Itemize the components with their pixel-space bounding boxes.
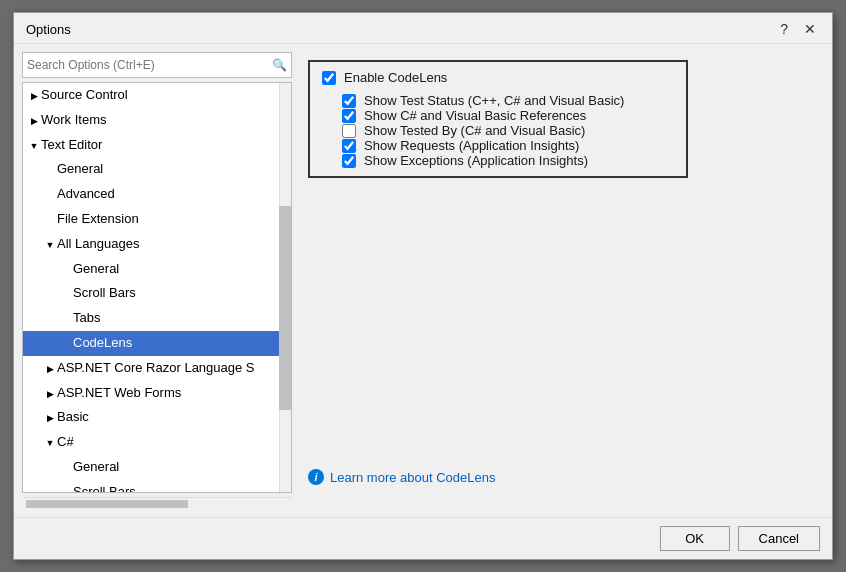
tree-label-aspnet-core-razor: ASP.NET Core Razor Language S xyxy=(57,360,255,375)
learn-more-area: i Learn more about CodeLens xyxy=(308,453,816,501)
tree-label-codelens: CodeLens xyxy=(73,335,132,350)
label-requests: Show Requests (Application Insights) xyxy=(364,138,579,153)
codelens-option-row-tested-by: Show Tested By (C# and Visual Basic) xyxy=(322,123,674,138)
tree-container[interactable]: ▶Source Control▶Work Items▼Text EditorGe… xyxy=(22,82,292,493)
title-bar-controls: ? ✕ xyxy=(776,21,820,37)
right-panel: Enable CodeLens Show Test Status (C++, C… xyxy=(300,52,824,509)
checkbox-test-status[interactable] xyxy=(342,94,356,108)
tree-item-general2[interactable]: General xyxy=(23,257,291,282)
tree-arrow-all-languages: ▼ xyxy=(43,238,57,252)
search-input[interactable] xyxy=(27,58,272,72)
enable-codelens-label: Enable CodeLens xyxy=(344,70,447,85)
options-dialog: Options ? ✕ 🔍 ▶Source Control▶Work Items… xyxy=(13,12,833,560)
tree-item-csharp[interactable]: ▼C# xyxy=(23,430,291,455)
tree-label-advanced: Advanced xyxy=(57,186,115,201)
checkbox-tested-by[interactable] xyxy=(342,124,356,138)
tree-item-advanced[interactable]: Advanced xyxy=(23,182,291,207)
tree-arrow-aspnet-web-forms: ▶ xyxy=(43,387,57,401)
tree-label-text-editor: Text Editor xyxy=(41,137,102,152)
codelens-option-row-csharp-refs: Show C# and Visual Basic References xyxy=(322,108,674,123)
tree-item-basic[interactable]: ▶Basic xyxy=(23,405,291,430)
ok-button[interactable]: OK xyxy=(660,526,730,551)
codelens-option-row-test-status: Show Test Status (C++, C# and Visual Bas… xyxy=(322,93,674,108)
label-tested-by: Show Tested By (C# and Visual Basic) xyxy=(364,123,585,138)
tree-item-all-languages[interactable]: ▼All Languages xyxy=(23,232,291,257)
tree-label-all-languages: All Languages xyxy=(57,236,139,251)
learn-more-link[interactable]: i Learn more about CodeLens xyxy=(308,469,816,485)
help-button[interactable]: ? xyxy=(776,21,792,37)
tree-item-aspnet-web-forms[interactable]: ▶ASP.NET Web Forms xyxy=(23,381,291,406)
tree-arrow-text-editor: ▼ xyxy=(27,139,41,153)
tree-arrow-basic: ▶ xyxy=(43,411,57,425)
dialog-body: 🔍 ▶Source Control▶Work Items▼Text Editor… xyxy=(14,44,832,517)
tree-arrow-aspnet-core-razor: ▶ xyxy=(43,362,57,376)
label-exceptions: Show Exceptions (Application Insights) xyxy=(364,153,588,168)
cancel-button[interactable]: Cancel xyxy=(738,526,820,551)
tree-arrow-work-items: ▶ xyxy=(27,114,41,128)
label-test-status: Show Test Status (C++, C# and Visual Bas… xyxy=(364,93,624,108)
tree-item-source-control[interactable]: ▶Source Control xyxy=(23,83,291,108)
horizontal-scrollbar[interactable] xyxy=(22,497,292,509)
scrollbar-thumb[interactable] xyxy=(279,206,291,411)
tree-label-basic: Basic xyxy=(57,409,89,424)
tree-item-tabs[interactable]: Tabs xyxy=(23,306,291,331)
codelens-option-row-exceptions: Show Exceptions (Application Insights) xyxy=(322,153,674,168)
tree-item-general[interactable]: General xyxy=(23,157,291,182)
tree-item-file-extension[interactable]: File Extension xyxy=(23,207,291,232)
tree-label-source-control: Source Control xyxy=(41,87,128,102)
enable-codelens-checkbox[interactable] xyxy=(322,71,336,85)
label-csharp-refs: Show C# and Visual Basic References xyxy=(364,108,586,123)
tree-label-tabs: Tabs xyxy=(73,310,100,325)
codelens-sub-options: Show Test Status (C++, C# and Visual Bas… xyxy=(322,93,674,168)
tree-item-scroll-bars[interactable]: Scroll Bars xyxy=(23,281,291,306)
tree-label-scroll-bars2: Scroll Bars xyxy=(73,484,136,493)
dialog-footer: OK Cancel xyxy=(14,517,832,559)
checkbox-csharp-refs[interactable] xyxy=(342,109,356,123)
dialog-title: Options xyxy=(26,22,71,37)
tree-item-aspnet-core-razor[interactable]: ▶ASP.NET Core Razor Language S xyxy=(23,356,291,381)
codelens-option-row-requests: Show Requests (Application Insights) xyxy=(322,138,674,153)
tree-label-file-extension: File Extension xyxy=(57,211,139,226)
tree-arrow-csharp: ▼ xyxy=(43,436,57,450)
tree-label-general3: General xyxy=(73,459,119,474)
info-icon: i xyxy=(308,469,324,485)
tree-label-csharp: C# xyxy=(57,434,74,449)
tree-item-scroll-bars2[interactable]: Scroll Bars xyxy=(23,480,291,493)
checkbox-exceptions[interactable] xyxy=(342,154,356,168)
tree-item-text-editor[interactable]: ▼Text Editor xyxy=(23,133,291,158)
tree-label-aspnet-web-forms: ASP.NET Web Forms xyxy=(57,385,181,400)
tree-label-general: General xyxy=(57,161,103,176)
tree-label-work-items: Work Items xyxy=(41,112,107,127)
left-panel: 🔍 ▶Source Control▶Work Items▼Text Editor… xyxy=(22,52,292,509)
tree-item-codelens[interactable]: CodeLens xyxy=(23,331,291,356)
tree-item-work-items[interactable]: ▶Work Items xyxy=(23,108,291,133)
search-box[interactable]: 🔍 xyxy=(22,52,292,78)
learn-more-text: Learn more about CodeLens xyxy=(330,470,496,485)
tree-arrow-source-control: ▶ xyxy=(27,89,41,103)
checkbox-requests[interactable] xyxy=(342,139,356,153)
vertical-scrollbar[interactable] xyxy=(279,83,291,492)
hscrollbar-thumb[interactable] xyxy=(26,500,188,508)
title-bar: Options ? ✕ xyxy=(14,13,832,44)
tree-label-scroll-bars: Scroll Bars xyxy=(73,285,136,300)
tree-item-general3[interactable]: General xyxy=(23,455,291,480)
search-icon: 🔍 xyxy=(272,58,287,72)
enable-codelens-row: Enable CodeLens xyxy=(322,70,674,85)
tree-label-general2: General xyxy=(73,261,119,276)
codelens-options-box: Enable CodeLens Show Test Status (C++, C… xyxy=(308,60,688,178)
close-button[interactable]: ✕ xyxy=(800,21,820,37)
